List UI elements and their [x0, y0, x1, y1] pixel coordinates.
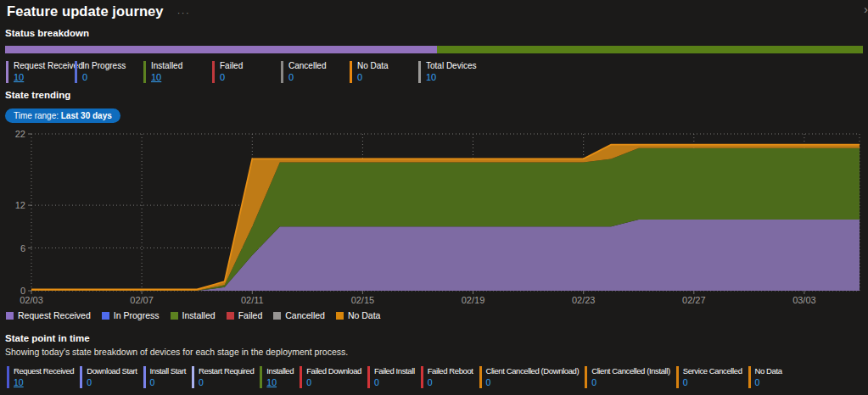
svg-text:02/07: 02/07 [130, 295, 154, 305]
svg-text:02/15: 02/15 [351, 295, 375, 305]
kpi-failed: Failed0 [212, 60, 277, 83]
legend-label: Cancelled [285, 310, 325, 320]
kpi-value-cancelled[interactable]: 0 [288, 71, 294, 83]
svg-text:02/19: 02/19 [462, 295, 485, 305]
kpi-label: Service Cancelled [683, 365, 742, 376]
kpi-installed: Installed10 [260, 365, 294, 388]
kpi-value-total-devices[interactable]: 10 [426, 71, 436, 83]
kpi-value-client-cancelled-install[interactable]: 0 [591, 376, 596, 388]
svg-text:0: 0 [20, 286, 25, 296]
kpi-cancelled: Cancelled0 [281, 60, 345, 83]
in-progress-swatch [102, 312, 109, 320]
kpi-value-request-received[interactable]: 10 [14, 71, 24, 83]
kpi-installed: Installed10 [143, 60, 208, 83]
kpi-download-start: Download Start0 [80, 365, 137, 388]
kpi-value-restart-required[interactable]: 0 [199, 376, 204, 388]
kpi-value-failed-install[interactable]: 0 [374, 376, 379, 388]
kpi-request-received: Request Received10 [6, 60, 70, 83]
kpi-failed-install: Failed Install0 [367, 365, 415, 388]
kpi-label: Download Start [87, 365, 137, 376]
kpi-in-progress: In Progress0 [75, 60, 139, 83]
trend-chart-legend: Request ReceivedIn ProgressInstalledFail… [6, 310, 380, 320]
kpi-label: No Data [357, 60, 414, 71]
kpi-label: Client Cancelled (Install) [591, 365, 670, 376]
download-start-marker [80, 366, 82, 388]
time-range-pill[interactable]: Time range: Last 30 days [5, 108, 120, 123]
state-point-heading: State point in time [5, 333, 90, 343]
no-data-swatch [336, 312, 344, 320]
kpi-value-service-cancelled[interactable]: 0 [683, 376, 688, 388]
request-received-marker [6, 61, 8, 83]
legend-in-progress[interactable]: In Progress [102, 310, 160, 320]
client-cancelled-download-marker [479, 366, 482, 388]
legend-label: Installed [182, 310, 216, 320]
state-point-legend: Request Received10Download Start0Install… [7, 365, 782, 388]
trend-chart[interactable]: 06122202/0302/0702/1102/1502/1902/2302/2… [0, 0, 868, 395]
kpi-label: Failed Download [306, 365, 361, 376]
svg-text:02/27: 02/27 [682, 295, 706, 305]
svg-text:02/03: 02/03 [20, 295, 43, 305]
svg-text:6: 6 [20, 243, 25, 253]
kpi-label: No Data [755, 365, 782, 376]
time-range-value: Last 30 days [61, 111, 112, 120]
chevron-right-icon[interactable]: › [864, 2, 868, 16]
kpi-value-install-start[interactable]: 0 [150, 376, 155, 388]
kpi-label: Install Start [150, 365, 186, 376]
status-bar-segment-installed [437, 46, 863, 53]
kpi-label: Restart Required [199, 365, 254, 376]
kpi-failed-reboot: Failed Reboot0 [421, 365, 473, 388]
kpi-failed-download: Failed Download0 [300, 365, 361, 388]
kpi-label: Total Devices [426, 60, 483, 71]
kpi-value-installed[interactable]: 10 [151, 71, 161, 83]
more-menu-icon[interactable]: ··· [177, 5, 191, 18]
kpi-label: Cancelled [288, 60, 345, 71]
legend-installed[interactable]: Installed [171, 310, 216, 320]
kpi-value-installed[interactable]: 10 [266, 376, 277, 388]
legend-failed[interactable]: Failed [227, 310, 263, 320]
kpi-value-failed[interactable]: 0 [220, 71, 225, 83]
status-breakdown-heading: Status breakdown [5, 28, 89, 38]
kpi-value-failed-download[interactable]: 0 [306, 376, 311, 388]
kpi-value-no-data[interactable]: 0 [755, 376, 760, 388]
kpi-client-cancelled-install: Client Cancelled (Install)0 [585, 365, 670, 388]
legend-cancelled[interactable]: Cancelled [273, 310, 325, 320]
state-trending-heading: State trending [5, 90, 70, 100]
legend-request-received[interactable]: Request Received [6, 310, 91, 320]
kpi-value-no-data[interactable]: 0 [357, 71, 362, 83]
kpi-label: Request Received [14, 60, 70, 71]
svg-text:02/11: 02/11 [241, 295, 264, 305]
kpi-label: In Progress [82, 60, 139, 71]
failed-install-marker [367, 366, 370, 388]
restart-required-marker [192, 366, 194, 388]
kpi-install-start: Install Start0 [143, 365, 186, 388]
failed-reboot-marker [421, 366, 423, 388]
kpi-value-client-cancelled-download[interactable]: 0 [486, 376, 491, 388]
kpi-request-received: Request Received10 [7, 365, 74, 388]
kpi-service-cancelled: Service Cancelled0 [676, 365, 742, 388]
kpi-value-download-start[interactable]: 0 [87, 376, 92, 388]
kpi-no-data: No Data0 [350, 60, 414, 83]
kpi-value-in-progress[interactable]: 0 [82, 71, 87, 83]
state-point-subtitle: Showing today's state breakdown of devic… [5, 347, 348, 357]
request-received-marker [7, 366, 9, 388]
total-devices-marker [418, 61, 421, 83]
status-bar-segment-request-received [5, 46, 437, 53]
time-range-label: Time range: [14, 111, 59, 120]
failed-marker [212, 61, 215, 83]
request-received-swatch [6, 312, 14, 320]
svg-text:03/03: 03/03 [792, 295, 816, 305]
svg-text:12: 12 [15, 200, 25, 210]
kpi-label: Request Received [14, 365, 74, 376]
installed-marker [260, 366, 262, 388]
kpi-label: Failed Install [374, 365, 415, 376]
kpi-label: Failed [220, 60, 277, 71]
kpi-label: Failed Reboot [428, 365, 473, 376]
kpi-value-failed-reboot[interactable]: 0 [428, 376, 433, 388]
failed-download-marker [300, 366, 302, 388]
legend-no-data[interactable]: No Data [336, 310, 381, 320]
kpi-total-devices: Total Devices10 [418, 60, 483, 83]
kpi-label: Installed [266, 365, 294, 376]
page-title: Feature update journey [7, 3, 164, 19]
svg-text:22: 22 [15, 129, 25, 139]
kpi-value-request-received[interactable]: 10 [14, 376, 24, 388]
